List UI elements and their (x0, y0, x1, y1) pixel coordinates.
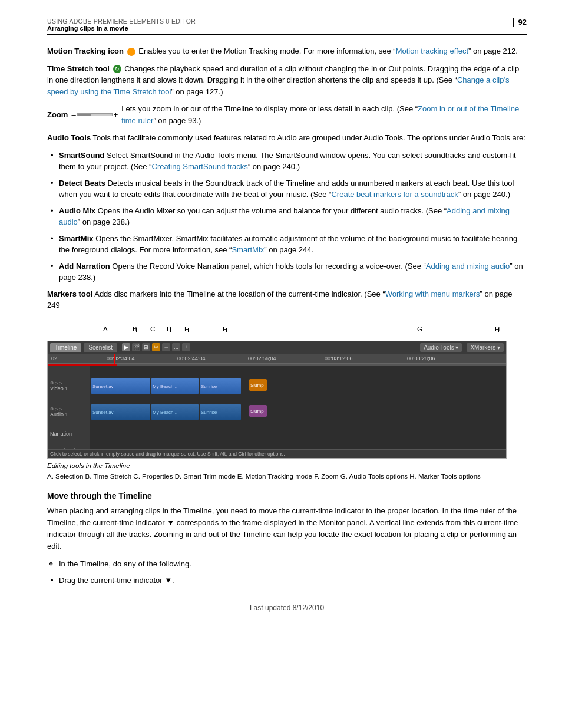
motion-tracking-para: Motion Tracking icon Enables you to ente… (47, 45, 527, 57)
timeline-tab[interactable]: Timeline (50, 343, 81, 352)
audio-tools-label: Audio Tools (47, 133, 91, 142)
audio-tools-section: Audio Tools Tools that facilitate common… (47, 132, 527, 144)
arrow-icon[interactable]: → (162, 343, 170, 351)
tick-H (498, 328, 499, 332)
track-row-narration-sub (48, 440, 506, 446)
label-H: H (495, 325, 500, 332)
move-section: Move through the Timeline When placing a… (47, 491, 527, 587)
smartsound-link[interactable]: Creating SmartSound tracks (152, 162, 248, 171)
track-label-narration: Narration (48, 429, 90, 439)
clip-audio1-a[interactable]: Sunset.avi (91, 404, 150, 420)
move-bullet-item: Drag the current-time indicator ▼. (59, 575, 527, 587)
statusbar-text: Click to select, or click in empty space… (50, 451, 285, 457)
clip-audio1-b[interactable]: My Beach... (151, 404, 199, 420)
timeline-outer: A B C D E F G H Timeline Scenelist (47, 317, 527, 459)
track-content-video1: Sunset.avi My Beach... Sunrise Slump (90, 377, 506, 396)
audio-mix-body: Opens the Audio Mixer so you can adjust … (98, 206, 447, 215)
zoom-text: Lets you zoom in or out of the Timeline … (121, 103, 527, 126)
audio-mix-text2: ” on page 238.) (78, 218, 130, 226)
add-narration-body: Opens the Record Voice Narration panel, … (112, 262, 426, 271)
dots-icon[interactable]: … (172, 343, 180, 351)
markers-tool-section: Markers tool Adds disc markers into the … (47, 288, 527, 311)
xmarkers-button[interactable]: XMarkers ▾ (467, 343, 504, 352)
label-C: C (150, 325, 155, 332)
track-row-audio1-sub (48, 422, 506, 429)
smartmix-label: SmartMix (59, 234, 94, 243)
tick-C (154, 328, 154, 332)
scissors-icon[interactable]: ✂ (152, 343, 160, 351)
smartsound-text2: ” on page 240.) (248, 162, 300, 171)
page-number: 92 (513, 18, 527, 27)
video1-label: Video 1 (50, 386, 68, 391)
time-indicator-line (114, 354, 115, 364)
markers-tool-link[interactable]: Working with menu markers (385, 289, 480, 298)
markers-tool-para: Markers tool Adds disc markers into the … (47, 288, 527, 311)
ruler-start: 02 (51, 355, 57, 361)
tick-D (170, 328, 171, 332)
motion-tracking-text2: ” on page 212. (468, 47, 518, 55)
track-content-audio1: Sunset.avi My Beach... Sunrise Slump (90, 403, 506, 421)
track-label-spacer (48, 366, 90, 377)
smartmix-item: SmartMix Opens the SmartMixer. SmartMix … (59, 233, 527, 256)
grid-icon[interactable]: ⊞ (142, 343, 150, 351)
camera-icon[interactable]: 🎬 (132, 343, 140, 351)
timeline-statusbar: Click to select, or click in empty space… (48, 449, 506, 458)
smartmix-text2: ” on page 244. (264, 245, 313, 254)
selection-tool-icon[interactable]: ▶ (122, 343, 130, 351)
scenelist-tab[interactable]: Scenelist (84, 343, 117, 352)
plus-icon[interactable]: + (182, 343, 190, 351)
audio-tools-para: Audio Tools Tools that facilitate common… (47, 132, 527, 144)
move-para1: When placing and arranging clips in the … (47, 505, 527, 553)
track-content-narration (90, 429, 506, 439)
ruler-t3: 00:02:56;04 (248, 355, 276, 361)
clip-video1-d[interactable]: Slump (249, 379, 267, 391)
caption-italic: Editing tools in the Timeline (47, 462, 527, 469)
zoom-bar: – + (71, 109, 118, 121)
tick-F (226, 328, 227, 332)
header-top-line: USING ADOBE PREMIERE ELEMENTS 8 EDITOR (47, 18, 196, 25)
audio-mix-label: Audio Mix (59, 206, 95, 215)
time-stretch-icon: ↻ (113, 65, 121, 73)
move-diamond-item: In the Timeline, do any of the following… (59, 558, 527, 570)
clip-video1-c[interactable]: Sunrise (200, 378, 241, 394)
time-stretch-section: Time Stretch tool ↻ Changes the playback… (47, 63, 527, 98)
track-content-v1sub (90, 396, 506, 403)
motion-tracking-icon (127, 48, 135, 56)
motion-tracking-text: Enables you to enter the Motion Tracking… (138, 47, 395, 55)
tick-E (188, 328, 189, 332)
zoom-section: Zoom – + Lets you zoom in or out of the … (47, 103, 527, 126)
smartsound-item: SmartSound Select SmartSound in the Audi… (59, 150, 527, 173)
audio-tools-button[interactable]: Audio Tools ▾ (420, 343, 462, 352)
clip-audio1-c[interactable]: Sunrise (200, 404, 241, 420)
smartmix-link[interactable]: SmartMix (232, 245, 264, 254)
ruler-t1: 00:02:34;04 (107, 355, 135, 361)
time-stretch-para: Time Stretch tool ↻ Changes the playback… (47, 63, 527, 98)
clip-audio1-d[interactable]: Slump (249, 405, 267, 417)
ruler-t5: 00:03:28;06 (407, 355, 435, 361)
audio1-label: Audio 1 (50, 411, 68, 417)
motion-tracking-section: Motion Tracking icon Enables you to ente… (47, 45, 527, 57)
page-header: USING ADOBE PREMIERE ELEMENTS 8 EDITOR A… (47, 18, 527, 35)
audio-mix-item: Audio Mix Opens the Audio Mixer so you c… (59, 205, 527, 228)
track-content-a1sub (90, 421, 506, 429)
add-narration-label: Add Narration (59, 262, 110, 271)
timeline-panel[interactable]: Timeline Scenelist ▶ 🎬 ⊞ ✂ → … + (47, 341, 507, 459)
markers-tool-label: Markers tool (47, 289, 92, 298)
motion-tracking-link[interactable]: Motion tracking effect (396, 47, 468, 55)
smartsound-label: SmartSound (59, 151, 104, 160)
track-label-v1sub (48, 396, 90, 403)
timeline-toolbar: Timeline Scenelist ▶ 🎬 ⊞ ✂ → … + (48, 341, 506, 354)
page-header-text: USING ADOBE PREMIERE ELEMENTS 8 EDITOR A… (47, 18, 196, 32)
move-heading: Move through the Timeline (47, 491, 527, 500)
time-stretch-text2: ” on page 127.) (171, 87, 223, 96)
clip-video1-b[interactable]: My Beach... (151, 378, 199, 394)
label-D: D (167, 325, 171, 332)
detect-beats-link[interactable]: Create beat markers for a soundtrack (331, 190, 458, 199)
timeline-tracks: ⚙ ▷ ▷ Video 1 Sunset.avi My Beach... Sun… (48, 367, 506, 456)
add-narration-link[interactable]: Adding and mixing audio (426, 262, 510, 271)
track-content-narsub (90, 439, 506, 445)
markers-tool-body: Adds disc markers into the Timeline at t… (94, 289, 385, 298)
track-row-video1-sub (48, 396, 506, 403)
timeline-ruler: 02 00:02:34;04 00:02:44;04 00:02:56;04 0… (48, 354, 506, 364)
clip-video1-a[interactable]: Sunset.avi (91, 378, 150, 394)
